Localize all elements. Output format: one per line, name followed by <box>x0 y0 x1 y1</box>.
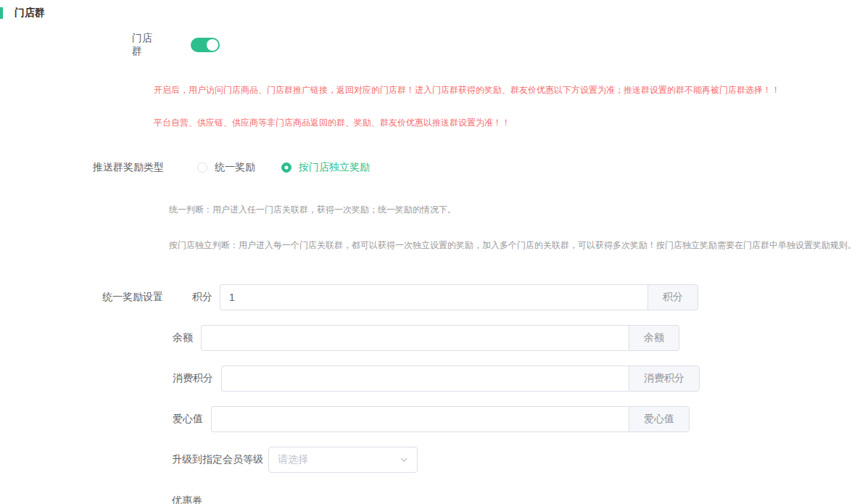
warning-text-2: 平台自营、供应链、供应商等非门店商品返回的群、奖励、群友价优惠以推送群设置为准！… <box>0 118 865 128</box>
member-level-select[interactable]: 请选择 <box>268 447 418 473</box>
consume-points-input-suffix: 消费积分 <box>629 365 700 392</box>
radio-unified-reward[interactable]: 统一奖励 <box>197 161 255 174</box>
store-group-toggle-switch[interactable] <box>191 38 220 52</box>
consume-points-field-label: 消费积分 <box>173 372 213 385</box>
member-level-row: 升级到指定会员等级 请选择 <box>0 447 865 473</box>
love-value-input-suffix: 爱心值 <box>629 406 690 432</box>
member-level-label: 升级到指定会员等级 <box>172 453 263 466</box>
reward-type-row: 推送群奖励类型 统一奖励 按门店独立奖励 <box>0 162 865 173</box>
love-value-input-group: 爱心值 <box>211 406 690 432</box>
radio-checked-icon <box>281 162 291 173</box>
coupon-label: 优惠券 <box>0 495 865 504</box>
chevron-down-icon <box>400 455 408 464</box>
field-row-consume-points: 消费积分 消费积分 <box>0 365 865 392</box>
page-title: 门店群 <box>15 7 45 20</box>
points-input[interactable] <box>220 284 647 310</box>
field-row-love-value: 爱心值 爱心值 <box>0 406 865 432</box>
consume-points-input-group: 消费积分 <box>221 365 700 392</box>
store-group-toggle-row: 门店群 <box>0 38 865 52</box>
radio-per-store-reward[interactable]: 按门店独立奖励 <box>281 161 370 174</box>
unified-reward-section-label: 统一奖励设置 <box>102 291 163 304</box>
reward-type-label: 推送群奖励类型 <box>93 161 175 174</box>
consume-points-input[interactable] <box>221 365 629 392</box>
section-header: 门店群 <box>0 7 865 19</box>
member-level-placeholder: 请选择 <box>278 453 400 466</box>
radio-per-store-reward-label: 按门店独立奖励 <box>299 161 370 174</box>
balance-input[interactable] <box>201 325 629 351</box>
love-value-field-label: 爱心值 <box>173 413 203 426</box>
help-text-1: 统一判断：用户进入任一门店关联群，获得一次奖励；统一奖励的情况下。 <box>0 205 865 215</box>
switch-knob <box>207 39 218 51</box>
field-row-balance: 余额 余额 <box>0 325 865 351</box>
points-input-group: 积分 <box>220 284 698 310</box>
store-group-settings-page: 门店群 门店群 开启后，用户访问门店商品、门店群推广链接，返回对应的门店群！进入… <box>0 0 865 504</box>
warning-text-1: 开启后，用户访问门店商品、门店群推广链接，返回对应的门店群！进入门店群获得的奖励… <box>0 86 865 95</box>
points-input-suffix: 积分 <box>647 284 698 310</box>
balance-field-label: 余额 <box>173 331 193 344</box>
help-text-2: 按门店独立判断：用户进入每一个门店关联群，都可以获得一次独立设置的奖励，加入多个… <box>0 241 865 250</box>
love-value-input[interactable] <box>211 406 629 432</box>
radio-unchecked-icon <box>197 162 207 173</box>
store-group-toggle-label: 门店群 <box>132 32 154 58</box>
balance-input-group: 余额 <box>201 325 679 351</box>
field-row-points: 统一奖励设置 积分 积分 <box>0 284 865 310</box>
section-accent-bar <box>0 7 3 19</box>
points-field-label: 积分 <box>192 291 212 304</box>
balance-input-suffix: 余额 <box>629 325 679 351</box>
radio-unified-reward-label: 统一奖励 <box>215 161 255 174</box>
